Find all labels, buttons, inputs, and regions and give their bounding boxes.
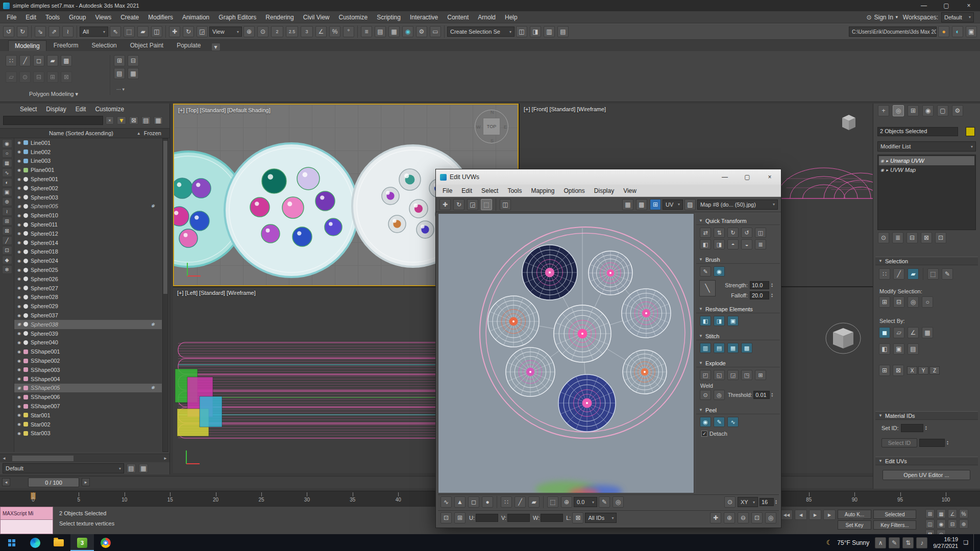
- open-uv-editor-button[interactable]: Open UV Editor ...: [883, 470, 970, 480]
- detach-checkbox[interactable]: ✓: [701, 431, 707, 437]
- quick-transform-header[interactable]: ▼Quick Transform: [696, 217, 780, 225]
- edit-named-selections-icon[interactable]: ≡: [361, 26, 372, 37]
- edit-uvws-window[interactable]: Edit UVWs — ▢ × FileEditSelectToolsMappi…: [435, 169, 781, 528]
- visibility-icon[interactable]: ◉: [17, 286, 21, 290]
- sign-in-button[interactable]: ⊙ Sign In▾: [861, 14, 902, 21]
- visibility-icon[interactable]: ◉: [17, 168, 21, 172]
- sync-selection-icon[interactable]: ⊕: [561, 496, 572, 508]
- explorer-menu-edit[interactable]: Edit: [71, 103, 91, 115]
- visibility-icon[interactable]: ◉: [17, 377, 21, 381]
- scene-object-star003[interactable]: ◉Star003: [14, 429, 162, 438]
- paint-move-brush-icon[interactable]: ✎: [700, 266, 711, 277]
- selected-set-dropdown[interactable]: Selected: [873, 510, 916, 519]
- modify-tab[interactable]: ◎: [893, 105, 904, 116]
- ribbon-tab-freeform[interactable]: Freeform: [47, 40, 85, 51]
- scene-object-sshape006[interactable]: ◉SShape006: [14, 392, 162, 402]
- explorer-menu-display[interactable]: Display: [41, 103, 70, 115]
- set-id-spinner[interactable]: [925, 425, 927, 431]
- scene-object-sshape004[interactable]: ◉SShape004: [14, 374, 162, 384]
- visibility-icon[interactable]: ◉: [17, 340, 21, 345]
- polygon-mode-icon[interactable]: ▰: [47, 55, 58, 66]
- move-h-icon[interactable]: ⇄: [700, 228, 711, 238]
- track-view-icon[interactable]: ▤: [375, 26, 386, 37]
- align-to-x-icon[interactable]: ⊞: [879, 365, 890, 376]
- outer-select-icon[interactable]: ▤: [908, 343, 919, 355]
- falloff-smooth-icon[interactable]: ●: [482, 496, 493, 508]
- percent-snap-icon[interactable]: %: [959, 509, 968, 518]
- display-materials-icon[interactable]: ◆: [2, 256, 12, 264]
- visibility-icon[interactable]: ◉: [17, 404, 21, 409]
- visibility-icon[interactable]: ◉: [17, 240, 21, 245]
- display-none-icon[interactable]: ○: [2, 149, 12, 158]
- axis-constraint-dropdown[interactable]: XY▾: [738, 497, 758, 507]
- select-id-field[interactable]: [919, 439, 945, 447]
- explorer-menu-customize[interactable]: Customize: [90, 103, 129, 115]
- visibility-icon[interactable]: ◉: [17, 395, 21, 399]
- create-tab[interactable]: +: [878, 105, 889, 116]
- expand-arrow-icon[interactable]: ▸: [886, 168, 888, 172]
- tray-expand-icon[interactable]: ∧: [875, 537, 886, 548]
- scene-object-sphere037[interactable]: ◉Sphere037: [14, 311, 162, 320]
- element-mode-icon[interactable]: ▩: [61, 55, 72, 66]
- edit-uvs-rollout-header[interactable]: ▼Edit UVs: [875, 457, 978, 465]
- maximize-button[interactable]: ▢: [935, 0, 958, 11]
- menu-file[interactable]: File: [2, 11, 21, 23]
- explorer-preset-dropdown[interactable]: Default▾: [3, 463, 124, 473]
- peel-header[interactable]: ▼Peel: [696, 406, 780, 414]
- ring-selection-icon[interactable]: ◎: [908, 296, 919, 308]
- scene-explorer-toggle-icon[interactable]: ▥: [544, 26, 555, 37]
- menu-content[interactable]: Content: [443, 11, 473, 23]
- render-iterative-icon[interactable]: ◐: [952, 26, 963, 37]
- snap-toggle-icon[interactable]: ⊞: [925, 509, 935, 518]
- scene-object-sshape005[interactable]: ◉SShape005❄: [14, 384, 162, 393]
- tile-bitmap-icon[interactable]: ▨: [684, 199, 696, 210]
- zoom-in-icon[interactable]: ⊕: [724, 512, 735, 523]
- visibility-icon[interactable]: ◉: [17, 186, 21, 190]
- taskbar-edge-icon[interactable]: [23, 534, 47, 551]
- falloff-xy-icon[interactable]: ▲: [454, 496, 465, 508]
- display-groups-icon[interactable]: ⊞: [2, 217, 12, 226]
- planar-select-icon[interactable]: ▱: [893, 327, 904, 338]
- inner-select-icon[interactable]: ▣: [893, 343, 904, 355]
- previous-frame-button[interactable]: ◂: [2, 478, 10, 486]
- menu-modifiers[interactable]: Modifiers: [143, 11, 178, 23]
- peel-mode-icon[interactable]: ✎: [714, 417, 725, 427]
- perspective-viewcube-icon[interactable]: [823, 318, 864, 359]
- taskbar-3dsmax-icon[interactable]: 3: [70, 534, 94, 551]
- scene-object-sshape002[interactable]: ◉SShape002: [14, 356, 162, 365]
- visibility-icon[interactable]: ◉: [17, 177, 21, 182]
- ribbon-tab-populate[interactable]: Populate: [170, 40, 207, 51]
- reshape-elements-header[interactable]: ▼Reshape Elements: [696, 305, 780, 313]
- visibility-icon[interactable]: ◉: [17, 413, 21, 417]
- display-all-icon[interactable]: ◉: [2, 139, 12, 148]
- snap-25d-icon[interactable]: 2.5: [286, 26, 298, 37]
- explorer-settings-icon[interactable]: ▦: [139, 464, 148, 473]
- align-to-view-icon[interactable]: ⊠: [893, 365, 904, 376]
- lock-selection-icon[interactable]: ⊠: [572, 512, 583, 523]
- collapse-icon[interactable]: ⊟: [33, 71, 44, 83]
- visibility-icon[interactable]: ◉: [17, 222, 21, 227]
- close-button[interactable]: ×: [758, 171, 781, 183]
- display-geometry-icon[interactable]: ▦: [2, 159, 12, 167]
- material-ids-rollout-header[interactable]: ▼Material IDs: [875, 411, 978, 420]
- volume-icon[interactable]: ♪: [916, 537, 927, 548]
- rendered-frame-icon[interactable]: ▭: [430, 26, 441, 37]
- taskbar-explorer-icon[interactable]: [47, 534, 70, 551]
- ribbon-tab-object-paint[interactable]: Object Paint: [124, 40, 169, 51]
- gizmo-toggle-icon[interactable]: ⊕: [959, 519, 968, 529]
- grid-d-icon[interactable]: ▦: [128, 68, 139, 79]
- paint-select-mode-icon[interactable]: ✎: [599, 496, 610, 508]
- quick-peel-icon[interactable]: ◉: [700, 417, 711, 427]
- schematic-view-icon[interactable]: ▦: [388, 26, 400, 37]
- time-slider-handle[interactable]: 0 / 100: [28, 478, 79, 487]
- front-viewport-label[interactable]: [+] [Front] [Standard] [Wireframe]: [524, 106, 606, 112]
- notification-center-icon[interactable]: ❏: [963, 539, 968, 546]
- frame-tick-35[interactable]: 35: [346, 497, 359, 503]
- visibility-icon[interactable]: ◉: [17, 431, 21, 436]
- minimize-button[interactable]: —: [714, 171, 736, 183]
- left-viewport-label[interactable]: [+] [Left] [Standard] [Wireframe]: [177, 290, 256, 296]
- maximize-button[interactable]: ▢: [736, 171, 758, 183]
- scene-object-line001[interactable]: ◉Line001: [14, 138, 162, 147]
- isolate-icon[interactable]: ◉: [937, 519, 946, 529]
- split-icon[interactable]: ◲: [727, 370, 739, 380]
